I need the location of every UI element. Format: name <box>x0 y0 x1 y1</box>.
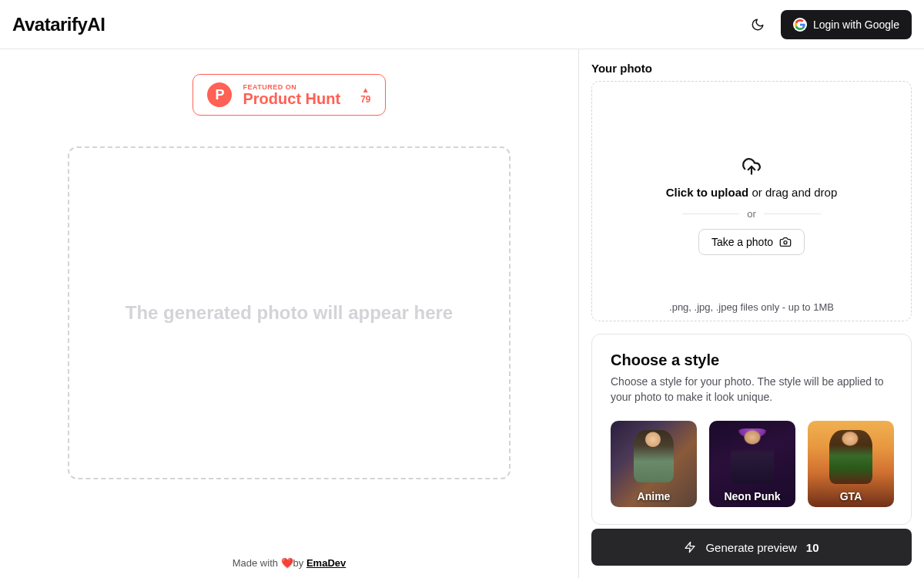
upload-dropzone[interactable]: Click to upload or drag and drop or Take… <box>591 81 912 321</box>
style-option-anime[interactable]: Anime <box>611 421 697 507</box>
right-panel: Your photo Click to upload or drag and d… <box>579 49 924 578</box>
style-section: Choose a style Choose a style for your p… <box>591 334 912 525</box>
generate-preview-button[interactable]: Generate preview 10 <box>591 529 912 566</box>
header: AvatarifyAI Login with Google <box>0 0 924 49</box>
author-link[interactable]: EmaDev <box>306 557 346 569</box>
bottom-bar: Generate preview 10 <box>579 529 924 578</box>
style-options: Anime Neon Punk GTA <box>611 421 892 507</box>
login-label: Login with Google <box>813 18 899 31</box>
generate-count: 10 <box>806 541 819 554</box>
google-icon <box>793 18 807 32</box>
footer-credit: Made with ❤️by EmaDev <box>233 557 346 569</box>
right-content: Your photo Click to upload or drag and d… <box>579 49 924 529</box>
upload-section-label: Your photo <box>591 62 912 75</box>
camera-icon <box>779 236 792 248</box>
left-panel: P FEATURED ON Product Hunt ▲ 79 The gene… <box>0 49 579 578</box>
upvote-triangle-icon: ▲ <box>362 86 370 94</box>
brand-logo: AvatarifyAI <box>12 14 105 35</box>
style-option-gta[interactable]: GTA <box>808 421 894 507</box>
preview-area: The generated photo will appear here <box>68 146 511 479</box>
take-photo-button[interactable]: Take a photo <box>698 229 805 255</box>
product-hunt-icon: P <box>207 82 232 107</box>
lightning-icon <box>684 541 696 553</box>
product-hunt-text: FEATURED ON Product Hunt <box>243 83 340 106</box>
style-description: Choose a style for your photo. The style… <box>611 374 892 405</box>
upload-cloud-icon <box>742 156 762 176</box>
login-google-button[interactable]: Login with Google <box>781 10 912 39</box>
preview-placeholder: The generated photo will appear here <box>126 302 453 324</box>
moon-icon <box>751 18 765 32</box>
product-hunt-votes: ▲ 79 <box>360 86 370 105</box>
upload-note: .png, .jpg, .jpeg files only - up to 1MB <box>669 301 834 313</box>
svg-marker-1 <box>685 542 695 552</box>
theme-toggle-button[interactable] <box>744 11 772 39</box>
main: P FEATURED ON Product Hunt ▲ 79 The gene… <box>0 49 924 578</box>
product-hunt-badge[interactable]: P FEATURED ON Product Hunt ▲ 79 <box>192 74 385 116</box>
header-right: Login with Google <box>744 10 912 39</box>
style-option-neon-punk[interactable]: Neon Punk <box>709 421 795 507</box>
upload-text: Click to upload or drag and drop <box>666 186 838 199</box>
or-divider: or <box>682 208 821 220</box>
svg-point-0 <box>784 241 787 244</box>
style-title: Choose a style <box>611 351 892 369</box>
